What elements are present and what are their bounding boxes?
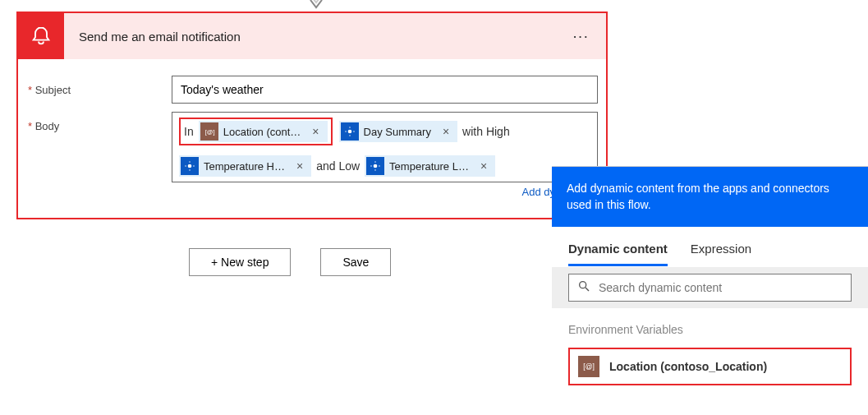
add-dynamic-content-link[interactable]: Add dynamic co <box>172 186 598 198</box>
svg-line-17 <box>586 288 589 291</box>
bottom-button-row: + New step Save <box>189 248 391 276</box>
svg-point-16 <box>580 282 586 288</box>
dynamic-content-hint: Add dynamic content from the apps and co… <box>552 167 868 227</box>
token-temp-high[interactable]: Temperature H… × <box>179 155 311 177</box>
card-title: Send me an email notification <box>79 30 573 44</box>
body-label: Body <box>28 112 172 132</box>
save-button[interactable]: Save <box>320 248 391 276</box>
token-remove[interactable]: × <box>438 125 454 138</box>
dc-group-title: Environment Variables <box>568 308 852 348</box>
weather-icon <box>181 157 199 175</box>
body-first-token-highlight: In [@] Location (cont… × <box>179 118 333 145</box>
token-day-summary[interactable]: Day Summary × <box>339 121 458 142</box>
token-remove[interactable]: × <box>475 159 492 173</box>
subject-input[interactable] <box>172 76 598 104</box>
svg-point-1 <box>347 130 351 134</box>
card-menu-ellipsis[interactable]: ··· <box>573 30 590 43</box>
weather-icon <box>341 122 359 141</box>
token-temp-low[interactable]: Temperature L… × <box>365 155 495 177</box>
svg-text:[@]: [@] <box>583 362 595 371</box>
dc-item-location[interactable]: [@] Location (contoso_Location) <box>568 348 852 385</box>
tab-dynamic-content[interactable]: Dynamic content <box>568 242 668 266</box>
dc-item-label: Location (contoso_Location) <box>609 360 767 373</box>
dc-tabs: Dynamic content Expression <box>552 227 868 267</box>
dynamic-content-panel: Add dynamic content from the apps and co… <box>552 166 868 385</box>
token-location[interactable]: [@] Location (cont… × <box>199 121 328 142</box>
bell-icon <box>18 13 64 59</box>
new-step-button[interactable]: + New step <box>189 248 291 276</box>
body-text-in: In <box>184 125 194 138</box>
token-remove[interactable]: × <box>307 125 324 138</box>
token-label: Location (cont… <box>223 126 308 138</box>
token-label: Day Summary <box>364 126 438 138</box>
search-icon <box>577 279 590 295</box>
body-text-with-high: with High <box>462 125 510 138</box>
tab-expression[interactable]: Expression <box>691 242 751 266</box>
subject-label: Subject <box>28 76 172 96</box>
weather-icon <box>366 157 384 175</box>
card-header[interactable]: Send me an email notification ··· <box>18 13 606 59</box>
svg-point-6 <box>188 164 192 168</box>
dc-search-wrap <box>552 267 868 308</box>
svg-text:[@]: [@] <box>204 128 214 136</box>
svg-point-11 <box>374 164 378 168</box>
card-body: Subject Body In [@] Location (cont… × <box>18 59 606 218</box>
dc-search-input[interactable] <box>597 280 843 295</box>
email-notification-card: Send me an email notification ··· Subjec… <box>16 12 608 219</box>
body-editor[interactable]: In [@] Location (cont… × <box>172 112 598 182</box>
body-text-and-low: and Low <box>316 159 360 173</box>
dc-group-env-vars: Environment Variables [@] Location (cont… <box>552 308 868 385</box>
variable-icon: [@] <box>578 356 599 377</box>
variable-icon: [@] <box>200 122 218 141</box>
token-label: Temperature H… <box>204 160 292 173</box>
dc-search-box[interactable] <box>568 274 852 302</box>
token-remove[interactable]: × <box>292 159 308 173</box>
token-label: Temperature L… <box>389 160 475 173</box>
